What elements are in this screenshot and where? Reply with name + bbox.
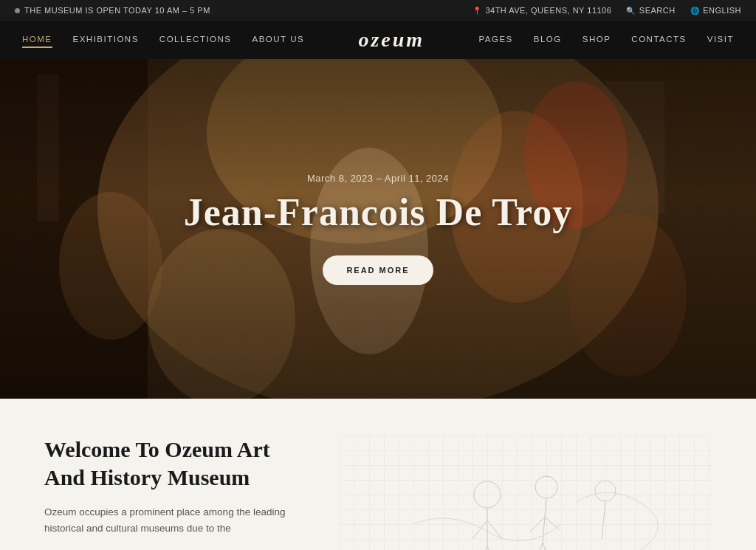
top-bar-right: 📍 34TH AVE, QUEENS, NY 11106 🔍 SEARCH 🌐 … — [472, 6, 741, 15]
language-item[interactable]: 🌐 ENGLISH — [690, 6, 741, 15]
pin-icon: 📍 — [472, 7, 482, 15]
nav-item-blog[interactable]: BLOG — [534, 32, 562, 48]
circle-icon — [15, 8, 20, 13]
hero-title: Jean-Francois De Troy — [184, 191, 573, 233]
nav-item-about-us[interactable]: ABOUT US — [252, 32, 305, 48]
nav-item-exhibitions[interactable]: EXHIBITIONS — [73, 32, 139, 48]
language-label: ENGLISH — [703, 6, 741, 15]
hours-text: THE MUSEUM IS OPEN TODAY 10 AM – 5 PM — [24, 6, 210, 15]
welcome-sketch-area — [340, 436, 712, 550]
hero-section: March 8, 2023 – April 11, 2024 Jean-Fran… — [0, 59, 756, 399]
welcome-section: Welcome To Ozeum Art And History Museum … — [0, 399, 756, 550]
museum-hours: THE MUSEUM IS OPEN TODAY 10 AM – 5 PM — [15, 6, 210, 15]
nav-item-pages[interactable]: PAGES — [478, 32, 512, 48]
top-bar: THE MUSEUM IS OPEN TODAY 10 AM – 5 PM 📍 … — [0, 0, 756, 21]
hero-content: March 8, 2023 – April 11, 2024 Jean-Fran… — [184, 173, 573, 285]
nav-left: HOME EXHIBITIONS COLLECTIONS ABOUT US — [22, 32, 304, 48]
address-text: 34TH AVE, QUEENS, NY 11106 — [485, 6, 611, 15]
nav-item-contacts[interactable]: CONTACTS — [631, 32, 686, 48]
welcome-title: Welcome To Ozeum Art And History Museum — [44, 436, 310, 491]
nav-right: PAGES BLOG SHOP CONTACTS VISIT — [478, 32, 734, 48]
search-item[interactable]: 🔍 SEARCH — [626, 6, 675, 15]
globe-icon: 🌐 — [690, 7, 700, 15]
svg-rect-13 — [340, 436, 712, 550]
nav-item-shop[interactable]: SHOP — [583, 32, 611, 48]
nav-item-visit[interactable]: VISIT — [707, 32, 734, 48]
nav-item-collections[interactable]: COLLECTIONS — [159, 32, 232, 48]
address-item[interactable]: 📍 34TH AVE, QUEENS, NY 11106 — [472, 6, 611, 15]
search-icon: 🔍 — [626, 7, 636, 15]
nav-item-home[interactable]: HOME — [22, 32, 52, 48]
search-label: SEARCH — [639, 6, 676, 15]
welcome-text-block: Welcome To Ozeum Art And History Museum … — [44, 436, 310, 550]
read-more-button[interactable]: READ MORE — [323, 255, 433, 285]
welcome-description: Ozeum occupies a prominent place among t… — [44, 504, 310, 537]
hero-date: March 8, 2023 – April 11, 2024 — [184, 173, 573, 184]
navbar: HOME EXHIBITIONS COLLECTIONS ABOUT US oz… — [0, 21, 756, 59]
site-logo[interactable]: ozeum — [358, 28, 425, 52]
